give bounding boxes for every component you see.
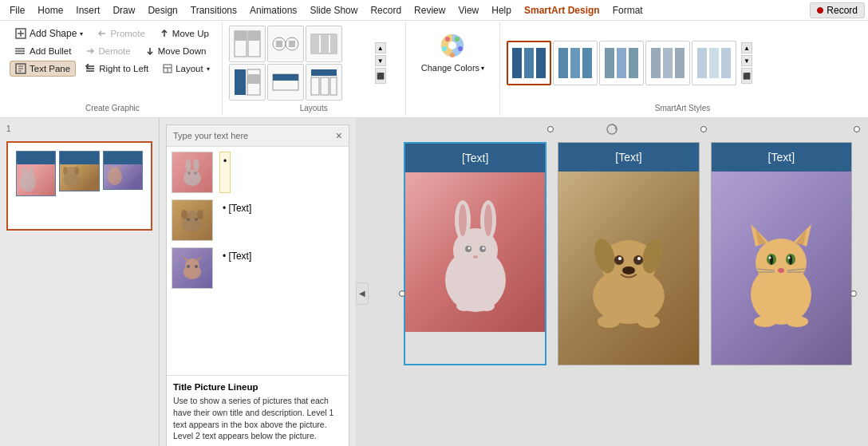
slide-panel: 1 xyxy=(0,118,160,446)
style-swatch-1[interactable] xyxy=(507,41,551,85)
layouts-label: Layouts xyxy=(229,101,399,112)
add-shape-button[interactable]: Add Shape ▾ xyxy=(10,26,89,41)
right-to-left-icon xyxy=(85,64,96,73)
slide-thumbnail[interactable] xyxy=(6,141,152,231)
layout-swatch-2[interactable] xyxy=(267,26,304,62)
handle-middle-right[interactable] xyxy=(850,290,857,297)
layout-swatch-4[interactable] xyxy=(229,64,266,101)
style-swatch-5[interactable] xyxy=(692,41,736,85)
layout-icon xyxy=(163,64,172,73)
svg-point-74 xyxy=(109,167,120,178)
text-pane-img-2 xyxy=(172,199,213,241)
ribbon-group-change-colors: Change Colors ▾ xyxy=(406,22,500,116)
svg-rect-33 xyxy=(321,34,329,53)
handle-top-center[interactable] xyxy=(700,126,707,132)
menu-record[interactable]: Record xyxy=(364,3,408,18)
svg-rect-39 xyxy=(273,74,298,81)
svg-point-133 xyxy=(778,268,784,273)
svg-point-104 xyxy=(468,247,470,250)
record-button-label: Record xyxy=(827,5,858,16)
text-pane-img-row-2: • [Text] xyxy=(172,199,254,241)
svg-point-117 xyxy=(622,266,635,274)
menu-transitions[interactable]: Transitions xyxy=(184,3,243,18)
smartart-card-2[interactable]: [Text] xyxy=(558,142,699,365)
svg-rect-55 xyxy=(570,48,580,78)
svg-point-86 xyxy=(187,218,190,221)
svg-point-77 xyxy=(183,170,201,186)
style-swatch-4[interactable] xyxy=(645,41,690,85)
card-2-header[interactable]: [Text] xyxy=(558,143,698,172)
styles-scroll-down-button[interactable]: ▼ xyxy=(741,55,752,66)
svg-rect-40 xyxy=(311,69,337,76)
text-pane-item-1[interactable]: • xyxy=(170,150,345,195)
menu-view[interactable]: View xyxy=(452,3,485,18)
right-to-left-button[interactable]: Right to Left xyxy=(79,61,154,76)
style-swatch-2[interactable] xyxy=(553,41,598,85)
text-pane-input-1[interactable]: • xyxy=(219,152,231,193)
menu-review[interactable]: Review xyxy=(408,3,452,18)
layouts-scroll-down-button[interactable]: ▼ xyxy=(375,55,386,66)
svg-rect-35 xyxy=(235,69,246,95)
svg-rect-61 xyxy=(663,48,673,78)
layout-swatch-6[interactable] xyxy=(306,64,342,101)
svg-point-93 xyxy=(195,265,198,268)
record-button[interactable]: Record xyxy=(810,2,865,18)
text-pane-item-2[interactable]: • [Text] xyxy=(170,198,345,243)
text-pane-close-button[interactable]: × xyxy=(336,130,342,141)
layout-swatch-3[interactable] xyxy=(306,26,342,62)
menu-smartart-design[interactable]: SmartArt Design xyxy=(518,3,606,18)
rotation-handle[interactable] xyxy=(606,123,618,138)
svg-marker-76 xyxy=(118,164,123,168)
layouts-scroll-up-button[interactable]: ▲ xyxy=(375,42,386,53)
rabbit-illustration xyxy=(428,188,523,316)
menu-format[interactable]: Format xyxy=(606,3,649,18)
menu-slideshow[interactable]: Slide Show xyxy=(303,3,364,18)
menu-animations[interactable]: Animations xyxy=(243,3,303,18)
layout-button[interactable]: Layout ▾ xyxy=(157,61,215,76)
card-2-image xyxy=(558,172,698,365)
move-down-button[interactable]: Move Down xyxy=(140,44,212,58)
card-3-header[interactable]: [Text] xyxy=(712,143,851,172)
smartart-card-1[interactable]: [Text] xyxy=(404,142,546,365)
svg-point-81 xyxy=(194,172,197,175)
menu-help[interactable]: Help xyxy=(485,3,518,18)
menu-bar: File Home Insert Draw Design Transitions… xyxy=(0,0,868,21)
menu-insert[interactable]: Insert xyxy=(69,3,106,18)
menu-file[interactable]: File xyxy=(3,3,31,18)
svg-marker-75 xyxy=(107,164,112,168)
svg-rect-54 xyxy=(558,48,568,78)
move-up-button[interactable]: Move Up xyxy=(154,26,215,41)
change-colors-button[interactable]: Change Colors ▾ xyxy=(412,26,493,78)
menu-home[interactable]: Home xyxy=(31,3,69,18)
text-pane-item-3[interactable]: • [Text] xyxy=(170,246,345,290)
svg-point-108 xyxy=(479,302,495,311)
text-pane-text-2[interactable]: • [Text] xyxy=(219,199,254,241)
svg-rect-52 xyxy=(524,48,534,78)
layout-swatch-5[interactable] xyxy=(267,64,304,101)
svg-point-79 xyxy=(194,159,199,172)
text-pane-text-3[interactable]: • [Text] xyxy=(219,247,254,289)
thumb-card-1 xyxy=(16,151,56,196)
menu-design[interactable]: Design xyxy=(141,3,183,18)
smartart-card-3[interactable]: [Text] xyxy=(711,142,852,365)
text-pane-content: • xyxy=(167,147,349,375)
card-1-header[interactable]: [Text] xyxy=(405,144,545,172)
add-bullet-button[interactable]: Add Bullet xyxy=(10,43,77,59)
layout-swatch-1[interactable] xyxy=(229,26,266,62)
collapse-text-pane-button[interactable]: ◀ xyxy=(356,282,369,305)
style-swatch-3[interactable] xyxy=(599,41,644,85)
handle-middle-left[interactable] xyxy=(399,290,405,297)
styles-scroll-all-button[interactable]: ⬛ xyxy=(741,68,752,84)
text-pane-button[interactable]: Text Pane xyxy=(10,61,76,77)
top-handles-row xyxy=(547,126,860,132)
change-colors-label: Change Colors xyxy=(421,63,479,73)
move-down-icon xyxy=(145,46,155,56)
layouts-scroll-all-button[interactable]: ⬛ xyxy=(375,68,386,84)
handle-top-right[interactable] xyxy=(854,126,860,132)
svg-rect-42 xyxy=(321,77,329,95)
svg-rect-56 xyxy=(582,48,592,78)
menu-draw[interactable]: Draw xyxy=(106,3,141,18)
styles-scroll-up-button[interactable]: ▲ xyxy=(741,42,752,53)
svg-point-130 xyxy=(769,257,771,259)
handle-top-left[interactable] xyxy=(547,126,554,132)
